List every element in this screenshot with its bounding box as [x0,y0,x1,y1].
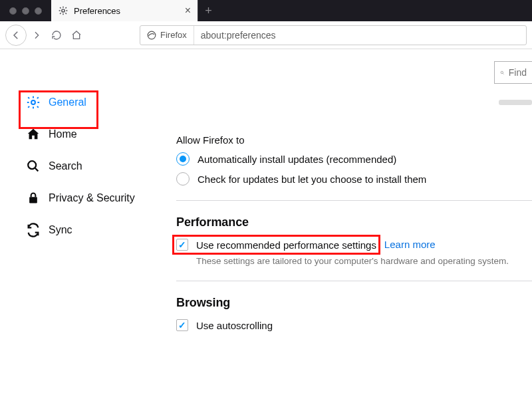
checkbox-recommended-performance-label: Use recommended performance settings [196,239,376,251]
divider [176,281,532,281]
firefox-icon [147,31,156,40]
sidebar-item-general[interactable]: General [16,86,150,118]
radio-auto-install[interactable] [176,152,190,166]
home-button[interactable] [66,25,86,45]
sidebar-item-home[interactable]: Home [16,118,150,150]
gear-icon [58,5,68,16]
radio-check-only[interactable] [176,172,190,186]
sidebar-label-search: Search [49,160,82,172]
svg-point-5 [501,71,503,73]
performance-heading: Performance [176,215,532,229]
home-icon [26,127,41,142]
search-icon [26,159,41,174]
find-placeholder: Find [509,67,527,78]
svg-point-3 [28,161,36,169]
traffic-light-minimize[interactable] [22,7,29,15]
learn-more-link[interactable]: Learn more [384,239,436,250]
sync-icon [26,223,41,237]
radio-check-only-label: Check for updates but let you choose to … [198,174,426,185]
updates-group-label: Allow Firefox to [176,134,532,146]
preferences-main: Find Allow Firefox to Automatically inst… [150,49,532,393]
checkbox-autoscrolling-label: Use autoscrolling [196,320,273,331]
svg-point-2 [31,100,35,104]
tab-strip: Preferences × + [0,0,532,21]
lock-icon [26,191,41,205]
new-tab-button[interactable]: + [198,0,219,21]
identity-label: Firefox [160,30,187,40]
back-button[interactable] [5,25,27,46]
search-icon [500,68,505,77]
browsing-heading: Browsing [176,296,532,310]
site-identity[interactable]: Firefox [140,26,194,45]
scrollbar-stub [499,100,532,105]
find-in-preferences[interactable]: Find [494,61,532,84]
reload-button[interactable] [47,25,66,45]
preferences-sidebar: General Home Search Privacy & Security S… [0,49,150,393]
forward-button[interactable] [27,25,47,45]
url-bar[interactable]: Firefox [140,25,527,45]
sidebar-label-sync: Sync [49,224,72,236]
navigation-toolbar: Firefox [0,21,532,49]
radio-auto-install-label: Automatically install updates (recommend… [198,154,396,165]
traffic-light-zoom[interactable] [35,7,42,15]
traffic-light-close[interactable] [9,7,17,15]
sidebar-item-sync[interactable]: Sync [16,214,150,246]
sidebar-item-privacy[interactable]: Privacy & Security [16,182,150,214]
plus-icon: + [205,4,212,18]
sidebar-label-general: General [49,96,86,108]
gear-icon [26,95,41,110]
sidebar-label-home: Home [49,128,77,140]
tab-title: Preferences [74,6,185,16]
tab-close-button[interactable]: × [185,5,191,17]
sidebar-item-search[interactable]: Search [16,150,150,182]
checkbox-autoscrolling[interactable] [176,319,188,331]
window-controls [0,0,51,21]
divider [176,200,532,201]
performance-description: These settings are tailored to your comp… [196,256,532,266]
sidebar-label-privacy: Privacy & Security [49,192,135,204]
browser-tab-preferences[interactable]: Preferences × [51,0,198,21]
url-input[interactable] [194,26,526,45]
svg-point-0 [62,9,65,12]
svg-rect-4 [29,197,37,203]
checkbox-recommended-performance[interactable] [176,239,188,251]
